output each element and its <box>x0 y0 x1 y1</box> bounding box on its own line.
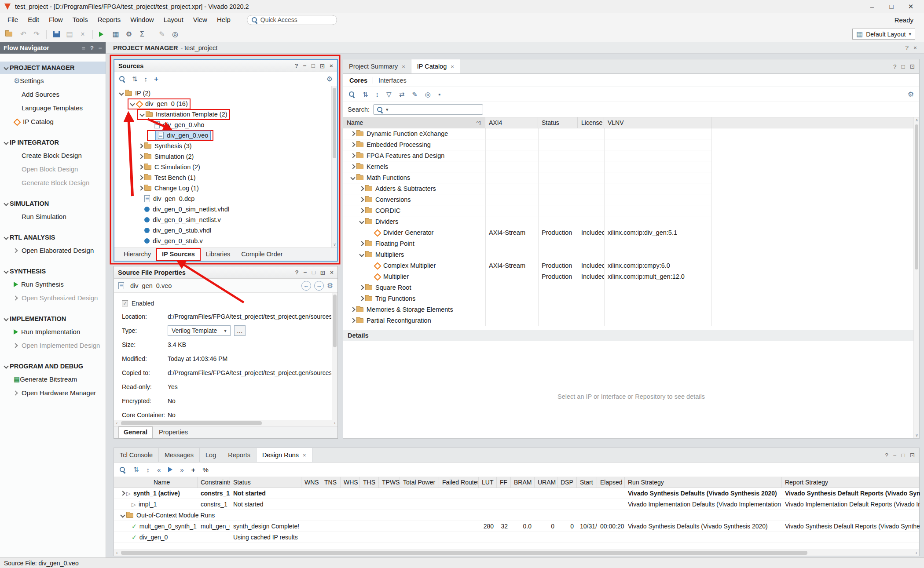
column-header-ths[interactable]: THS <box>360 477 379 488</box>
chevron-down-icon[interactable] <box>139 113 146 116</box>
chevron-right-icon[interactable] <box>349 165 356 168</box>
chevron-right-icon[interactable] <box>137 144 144 148</box>
chevron-down-icon[interactable] <box>3 66 10 69</box>
close-icon[interactable]: × <box>913 44 917 51</box>
column-header-failed-routes[interactable]: Failed Routes <box>439 477 479 488</box>
flownav-item-generate-block-design[interactable]: Generate Block Design <box>0 176 106 189</box>
help-icon[interactable]: ? <box>906 44 909 51</box>
maximize-icon[interactable]: □ <box>902 452 905 459</box>
scrollbar-thumb[interactable] <box>121 421 262 425</box>
ipcat-row[interactable]: Kernels <box>343 161 711 172</box>
sources-tab-libraries[interactable]: Libraries <box>201 249 235 260</box>
ipcat-row[interactable]: Conversions <box>343 194 711 205</box>
scroll-right-icon[interactable]: › <box>913 550 919 556</box>
flownav-item-open-hardware-manager[interactable]: Open Hardware Manager <box>0 386 106 400</box>
column-header-axi4[interactable]: AXI4 <box>485 117 538 128</box>
flow-icon[interactable]: ▦ <box>110 29 121 40</box>
vertical-scrollbar[interactable]: ∧ ∨ <box>913 117 919 438</box>
chevron-right-icon[interactable] <box>137 186 144 190</box>
scroll-left-icon[interactable]: ‹ <box>114 420 120 426</box>
source-tree-item[interactable]: div_gen_0.vho <box>114 120 337 130</box>
search-icon[interactable] <box>348 91 355 98</box>
percent-icon[interactable]: % <box>203 466 209 473</box>
source-tree-item[interactable]: Synthesis (3) <box>114 141 337 151</box>
help-icon[interactable]: ? <box>90 45 94 51</box>
chevron-down-icon[interactable] <box>3 202 10 205</box>
flownav-section-project-manager[interactable]: PROJECT MANAGER <box>0 62 106 74</box>
chevron-right-icon[interactable] <box>358 187 365 190</box>
flownav-item-run-implementation[interactable]: Run Implementation <box>0 325 106 339</box>
column-header-uram[interactable]: URAM <box>535 477 557 488</box>
copy-icon[interactable]: ▤ <box>64 29 75 40</box>
column-header-name[interactable]: Name^1 <box>343 117 485 128</box>
chevron-right-icon[interactable] <box>358 209 365 212</box>
column-header-tns[interactable]: TNS <box>321 477 341 488</box>
help-icon[interactable]: ? <box>893 63 897 70</box>
target-icon[interactable]: ◎ <box>425 91 431 98</box>
scrollbar-thumb[interactable] <box>915 124 918 269</box>
sources-tab-ip-sources[interactable]: IP Sources <box>157 249 200 260</box>
ipcat-row[interactable]: Complex MultiplierAXI4-StreamProductionI… <box>343 260 711 271</box>
ipcat-row[interactable]: Square Root <box>343 282 711 293</box>
source-tree-item[interactable]: Test Bench (1) <box>114 172 337 183</box>
collapse-all-icon[interactable]: ⇅ <box>363 91 368 98</box>
flownav-section-rtl-analysis[interactable]: RTL ANALYSIS <box>0 231 106 244</box>
flownav-item-ip-catalog[interactable]: IP Catalog <box>0 115 106 128</box>
ipcat-row[interactable]: Floating Point <box>343 238 711 249</box>
chevron-right-icon[interactable] <box>137 176 144 179</box>
ipcat-row[interactable]: Dividers <box>343 216 711 227</box>
help-icon[interactable]: ? <box>295 62 298 69</box>
maximize-button[interactable]: □ <box>882 0 901 13</box>
step-first-icon[interactable]: « <box>157 466 161 473</box>
source-tree-item[interactable]: Simulation (2) <box>114 151 337 162</box>
reorder-icon[interactable]: ⇄ <box>399 91 405 98</box>
sources-tab-compile-order[interactable]: Compile Order <box>236 249 287 260</box>
filter-icon[interactable]: ▽ <box>386 91 392 98</box>
edit-icon[interactable]: ✎ <box>156 29 168 40</box>
menu-item-window[interactable]: Window <box>125 13 158 26</box>
column-header-whs[interactable]: WHS <box>341 477 360 488</box>
forward-icon[interactable]: → <box>314 281 324 291</box>
flownav-item-run-simulation[interactable]: Run Simulation <box>0 210 106 223</box>
chevron-down-icon[interactable] <box>118 91 125 95</box>
flownav-section-program-and-debug[interactable]: PROGRAM AND DEBUG <box>0 360 106 372</box>
column-header-start[interactable]: Start <box>577 477 597 488</box>
menu-item-edit[interactable]: Edit <box>23 13 44 26</box>
source-tree-item[interactable]: div_gen_0_sim_netlist.vhdl <box>114 204 337 215</box>
edit-icon[interactable]: ✎ <box>412 91 418 98</box>
column-header-status[interactable]: Status <box>230 477 301 488</box>
flownav-item-run-synthesis[interactable]: Run Synthesis <box>0 277 106 291</box>
scroll-down-icon[interactable]: ∨ <box>332 242 337 248</box>
undo-icon[interactable]: ↶ <box>18 29 29 40</box>
flownav-item-create-block-design[interactable]: Create Block Design <box>0 149 106 162</box>
run-row[interactable]: ✓div_gen_0Using cached IP results <box>114 532 919 543</box>
column-header-elapsed[interactable]: Elapsed <box>597 477 625 488</box>
maximize-icon[interactable]: □ <box>902 63 905 70</box>
ipcat-row[interactable]: Adders & Subtracters <box>343 183 711 194</box>
chevron-right-icon[interactable] <box>358 198 365 201</box>
sum-icon[interactable]: Σ <box>136 29 148 40</box>
column-header-dsp[interactable]: DSP <box>557 477 577 488</box>
redo-icon[interactable]: ↷ <box>31 29 42 40</box>
help-icon[interactable]: ? <box>885 452 888 459</box>
search-icon[interactable] <box>119 76 125 82</box>
type-combo[interactable]: Verilog Template▾ <box>168 325 231 336</box>
ipcat-row[interactable]: Dynamic Function eXchange <box>343 128 711 139</box>
column-header-constraints[interactable]: Constraints <box>198 477 230 488</box>
save-icon[interactable] <box>51 29 62 40</box>
settings-icon[interactable]: ⚙ <box>123 29 135 40</box>
bottom-tab-design-runs[interactable]: Design Runs× <box>257 448 312 462</box>
back-icon[interactable]: ← <box>301 281 311 291</box>
settings-icon[interactable]: ⚙ <box>908 90 914 98</box>
source-tree-item[interactable]: div_gen_0.veo <box>114 130 337 141</box>
source-tree-item[interactable]: div_gen_0.dcp <box>114 193 337 204</box>
close-icon[interactable]: × <box>402 63 405 70</box>
chevron-down-icon[interactable] <box>3 236 10 239</box>
minimize-icon[interactable]: − <box>304 269 307 276</box>
scroll-left-icon[interactable]: ‹ <box>114 550 120 556</box>
column-header-name[interactable]: Name <box>114 477 198 488</box>
scrollbar-thumb[interactable] <box>333 88 336 158</box>
add-sources-icon[interactable]: + <box>154 75 158 84</box>
close-icon[interactable]: × <box>303 452 306 459</box>
scroll-down-icon[interactable]: ∨ <box>914 433 920 438</box>
